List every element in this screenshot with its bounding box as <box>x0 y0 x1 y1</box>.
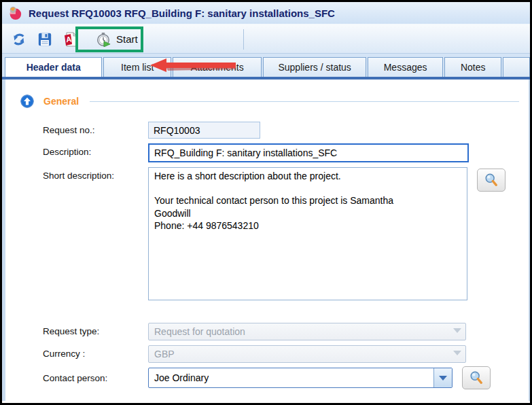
chevron-down-icon <box>439 376 447 381</box>
start-run-icon <box>96 32 111 47</box>
tab-suppliers-status[interactable]: Suppliers / status <box>263 57 366 77</box>
start-button[interactable]: Start <box>90 29 147 50</box>
currency-value: GBP <box>154 349 175 359</box>
currency-row: Currency : GBP <box>43 345 529 363</box>
request-type-label: Request type: <box>43 323 148 340</box>
request-no-label: Request no.: <box>43 122 148 139</box>
short-description-field[interactable]: Here is a short description about the pr… <box>148 167 467 300</box>
request-type-select: Request for quotation <box>148 323 466 340</box>
contact-person-value: Joe Ordinary <box>154 372 209 383</box>
section-rule <box>90 101 519 102</box>
contact-person-row: Contact person: Joe Ordinary <box>43 368 529 389</box>
tab-label: Suppliers / status <box>278 62 351 73</box>
tab-strip: Header data Item list Attachments Suppli… <box>2 54 530 80</box>
contact-person-dropdown-button[interactable] <box>433 368 452 387</box>
form-spacer <box>43 305 529 323</box>
chevron-down-icon <box>453 351 461 355</box>
description-label: Description: <box>43 143 148 162</box>
header-data-panel: General Request no.: Description: Short … <box>2 80 530 401</box>
magnifier-icon <box>484 173 499 188</box>
refresh-button[interactable] <box>9 29 29 50</box>
description-row: Description: <box>43 143 529 162</box>
tab-label: Item list <box>121 62 154 73</box>
chevron-down-icon <box>453 328 461 333</box>
request-no-row: Request no.: <box>43 122 529 139</box>
currency-label: Currency : <box>43 345 148 363</box>
app-window: Request RFQ10003 RFQ_Building F: sanitar… <box>0 0 532 405</box>
pdf-icon: A <box>63 31 79 48</box>
toolbar-separator <box>243 29 244 50</box>
tab-label: Notes <box>461 62 486 73</box>
app-logo-icon <box>7 5 22 20</box>
request-type-row: Request type: Request for quotation <box>43 323 529 340</box>
tab-partial <box>503 57 530 77</box>
section-title: General <box>43 96 79 107</box>
tab-header-data[interactable]: Header data <box>5 57 102 77</box>
short-description-label: Short description: <box>43 167 148 181</box>
export-pdf-button[interactable]: A <box>60 29 81 50</box>
currency-select: GBP <box>148 345 466 363</box>
save-button[interactable] <box>35 29 55 50</box>
tab-notes[interactable]: Notes <box>444 57 501 77</box>
general-section-header: General <box>5 94 529 108</box>
request-type-value: Request for quotation <box>154 326 245 337</box>
toolbar: A Start <box>2 25 530 54</box>
save-icon <box>37 32 52 47</box>
contact-person-select[interactable]: Joe Ordinary <box>148 368 453 388</box>
request-no-field[interactable] <box>148 122 260 139</box>
contact-person-search-button[interactable] <box>462 366 491 389</box>
refresh-icon <box>12 32 26 47</box>
title-bar: Request RFQ10003 RFQ_Building F: sanitar… <box>2 2 530 25</box>
tab-label: Header data <box>26 62 81 73</box>
tab-item-list[interactable]: Item list <box>103 57 171 77</box>
general-form: Request no.: Description: Short descript… <box>5 122 529 389</box>
magnifier-icon <box>469 370 484 385</box>
short-description-row: Short description: Here is a short descr… <box>43 167 529 300</box>
description-field[interactable] <box>148 143 469 162</box>
collapse-section-icon[interactable] <box>20 94 34 108</box>
start-button-label: Start <box>116 33 138 45</box>
short-description-search-button[interactable] <box>477 169 506 192</box>
contact-person-label: Contact person: <box>43 368 148 389</box>
tab-label: Messages <box>384 62 427 73</box>
window-title: Request RFQ10003 RFQ_Building F: sanitar… <box>29 7 335 19</box>
tab-messages[interactable]: Messages <box>368 57 444 77</box>
tab-attachments[interactable]: Attachments <box>173 57 262 77</box>
tab-label: Attachments <box>191 62 244 73</box>
